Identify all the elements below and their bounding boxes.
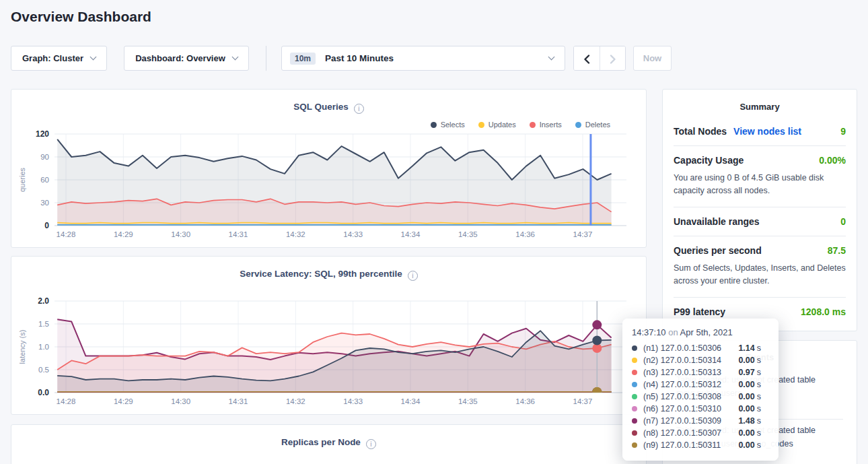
latency-unit: s <box>757 428 761 438</box>
summary-row-total-nodes: Total Nodes View nodes list 9 <box>674 120 846 143</box>
svg-text:1.5: 1.5 <box>38 320 49 328</box>
now-button[interactable]: Now <box>633 46 672 71</box>
tooltip-node-row: (n6) 127.0.0.1:503100.00s <box>632 403 769 415</box>
svg-text:14:29: 14:29 <box>114 397 133 405</box>
capacity-description: You are using 0 B of 4.5 GiB usable disk… <box>674 172 846 204</box>
node-color-dot-icon <box>632 394 637 399</box>
svg-text:14:29: 14:29 <box>114 230 133 238</box>
dashboard-dropdown-label: Dashboard: Overview <box>135 53 225 63</box>
qps-value: 87.5 <box>828 245 846 256</box>
latency-unit: s <box>757 368 761 377</box>
node-color-dot-icon <box>632 430 637 436</box>
node-address: (n1) 127.0.0.1:50306 <box>643 343 721 353</box>
node-color-dot-icon <box>632 418 637 424</box>
svg-text:30: 30 <box>40 199 49 207</box>
svg-text:14:36: 14:36 <box>515 397 535 405</box>
latency-unit: s <box>757 380 761 389</box>
node-color-dot-icon <box>632 406 637 411</box>
chevron-right-icon <box>610 55 616 64</box>
chart-hover-tooltip: 14:37:10 on Apr 5th, 2021 (n1) 127.0.0.1… <box>622 319 779 461</box>
summary-row-qps: Queries per second 87.5 <box>674 239 846 262</box>
time-range-badge: 10m <box>290 53 316 65</box>
svg-text:14:31: 14:31 <box>229 397 248 405</box>
tooltip-node-row: (n3) 127.0.0.1:503130.97s <box>632 366 769 378</box>
time-range-selector[interactable]: 10m Past 10 Minutes <box>281 46 565 71</box>
summary-row-unavailable-ranges: Unavailable ranges 0 <box>674 210 846 233</box>
node-address: (n7) 127.0.0.1:50309 <box>643 416 721 426</box>
svg-text:14:28: 14:28 <box>57 230 76 238</box>
tooltip-timestamp: 14:37:10 on Apr 5th, 2021 <box>632 327 769 337</box>
latency-unit: s <box>757 440 761 450</box>
latency-unit: s <box>757 416 761 426</box>
node-address: (n3) 127.0.0.1:50313 <box>643 368 721 377</box>
tooltip-node-row: (n5) 127.0.0.1:503080.00s <box>632 391 769 403</box>
node-address: (n2) 127.0.0.1:50314 <box>643 356 721 365</box>
svg-text:queries: queries <box>18 167 26 192</box>
hover-dot <box>592 320 602 329</box>
service-latency-chart[interactable]: 14:2814:2914:3014:3114:3214:3314:3414:35… <box>11 257 646 413</box>
svg-text:0.0: 0.0 <box>38 388 49 397</box>
node-color-dot-icon <box>632 442 637 448</box>
divider <box>674 207 846 207</box>
svg-text:1.0: 1.0 <box>38 343 49 351</box>
node-color-dot-icon <box>632 358 637 363</box>
replicas-per-node-panel: Replicas per Nodei <box>11 424 647 464</box>
node-latency-value: 0.00s <box>738 356 769 365</box>
node-latency-value: 0.00s <box>738 440 769 450</box>
node-address: (n8) 127.0.0.1:50307 <box>643 428 721 438</box>
node-latency-value: 0.00s <box>738 404 769 413</box>
p99-value: 1208.0 ms <box>801 306 846 317</box>
svg-text:90: 90 <box>40 153 49 161</box>
svg-text:14:37: 14:37 <box>573 230 593 238</box>
svg-text:14:32: 14:32 <box>286 397 305 405</box>
dashboard-dropdown[interactable]: Dashboard: Overview <box>124 46 249 71</box>
tooltip-node-row: (n8) 127.0.0.1:503070.00s <box>632 427 769 439</box>
tooltip-node-row: (n2) 127.0.0.1:503140.00s <box>632 354 769 366</box>
time-prev-button[interactable] <box>574 46 600 71</box>
qps-description: Sum of Selects, Updates, Inserts, and De… <box>674 262 846 294</box>
node-latency-value: 1.48s <box>738 416 769 426</box>
node-address: (n9) 127.0.0.1:50311 <box>643 440 721 450</box>
svg-text:latency (s): latency (s) <box>18 330 26 364</box>
tooltip-node-row: (n1) 127.0.0.1:503061.14s <box>632 342 769 354</box>
chevron-left-icon <box>583 55 590 64</box>
svg-text:14:35: 14:35 <box>458 230 478 238</box>
hover-dot <box>592 387 602 397</box>
svg-text:14:30: 14:30 <box>171 230 190 238</box>
svg-text:14:34: 14:34 <box>401 230 421 238</box>
svg-text:14:33: 14:33 <box>343 397 363 405</box>
graph-dropdown[interactable]: Graph: Cluster <box>11 46 107 71</box>
total-nodes-value: 9 <box>840 126 846 137</box>
service-latency-panel: Service Latency: SQL, 99th percentilei 1… <box>11 256 647 415</box>
node-address: (n6) 127.0.0.1:50310 <box>643 404 721 413</box>
sql-queries-chart[interactable]: 14:2814:2914:3014:3114:3214:3314:3414:35… <box>11 90 646 246</box>
view-nodes-list-link[interactable]: View nodes list <box>733 126 801 137</box>
time-range-label: Past 10 Minutes <box>325 53 394 63</box>
divider <box>674 297 846 298</box>
node-latency-value: 1.14s <box>738 343 769 353</box>
chart-title: Replicas per Nodei <box>11 437 646 449</box>
time-pager <box>573 46 626 71</box>
chevron-down-icon <box>90 54 97 61</box>
svg-text:14:36: 14:36 <box>515 230 535 238</box>
node-latency-value: 0.97s <box>738 368 769 377</box>
toolbar-divider <box>266 46 266 71</box>
info-icon[interactable]: i <box>366 439 376 449</box>
summary-title: Summary <box>663 90 857 120</box>
summary-panel: Summary Total Nodes View nodes list 9 Ca… <box>662 89 857 331</box>
summary-row-capacity: Capacity Usage 0.00% <box>674 149 846 172</box>
capacity-value: 0.00% <box>819 155 846 166</box>
overview-dashboard-page: Overview Dashboard Graph: Cluster Dashbo… <box>0 0 868 464</box>
latency-unit: s <box>757 356 761 365</box>
time-next-button[interactable] <box>600 46 625 71</box>
chevron-down-icon <box>548 54 555 61</box>
tooltip-node-row: (n9) 127.0.0.1:503110.00s <box>632 439 769 451</box>
svg-text:0.5: 0.5 <box>38 366 49 374</box>
tooltip-node-row: (n7) 127.0.0.1:503091.48s <box>632 415 769 427</box>
node-latency-value: 0.00s <box>738 428 769 438</box>
svg-text:14:32: 14:32 <box>286 230 305 238</box>
sql-queries-panel: SQL Queriesi SelectsUpdatesInsertsDelete… <box>11 89 647 248</box>
chevron-down-icon <box>231 54 238 61</box>
divider <box>674 145 846 146</box>
hover-dot <box>592 335 602 345</box>
